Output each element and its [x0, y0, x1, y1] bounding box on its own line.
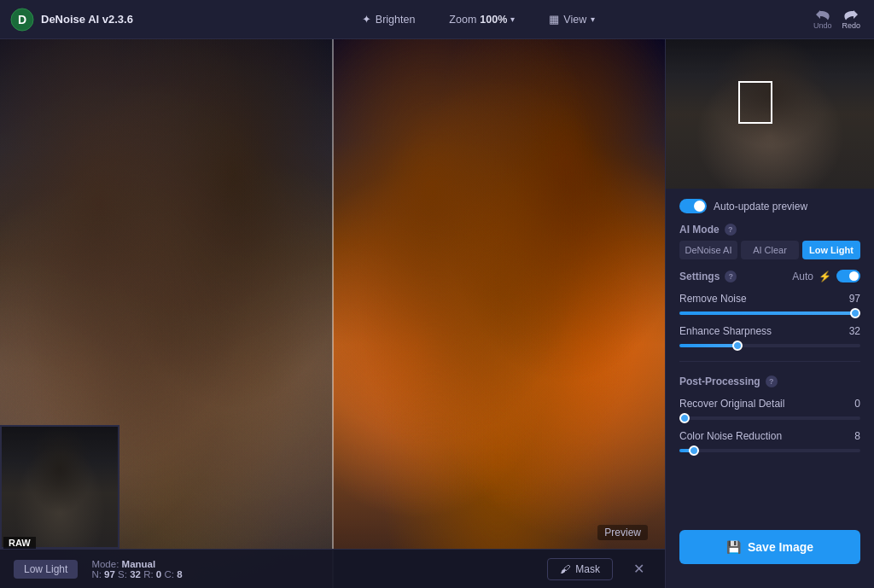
post-processing-section: Post-Processing ?: [679, 376, 860, 387]
view-icon: ▦: [549, 13, 559, 26]
r-label: R:: [143, 569, 154, 579]
bottom-bar: Low Light Mode: Manual N: 97 S: 32 R: 0 …: [0, 549, 665, 588]
mode-value: Manual: [122, 559, 156, 569]
recover-original-track: [679, 416, 860, 420]
mode-info: Mode: Manual N: 97 S: 32 R: 0 C: 8: [91, 559, 182, 579]
mode-label: Mode:: [91, 559, 119, 569]
color-noise-label: Color Noise Reduction: [679, 430, 782, 442]
raw-label: RAW: [3, 537, 36, 549]
auto-label: Auto: [792, 271, 813, 282]
save-image-button[interactable]: 💾 Save Image: [679, 530, 860, 564]
c-label: C:: [164, 569, 174, 579]
main-content: Preview RAW Low Light Mode: Manual N: 97…: [0, 39, 874, 588]
close-button[interactable]: ✕: [626, 557, 651, 580]
post-processing-help-icon[interactable]: ?: [766, 376, 778, 387]
divider: [679, 361, 860, 362]
ai-clear-button[interactable]: AI Clear: [741, 241, 799, 259]
settings-help-icon[interactable]: ?: [725, 271, 737, 282]
redo-icon: [843, 9, 859, 20]
enhance-sharpness-track: [679, 344, 860, 347]
r-value: 0: [156, 569, 161, 579]
ai-mode-help-icon[interactable]: ?: [725, 224, 737, 236]
after-panel: [333, 39, 666, 549]
settings-auto-toggle[interactable]: [836, 270, 860, 282]
controls-panel: Auto-update preview AI Mode ? DeNoise AI…: [666, 189, 874, 463]
remove-noise-fill: [679, 311, 855, 315]
app-logo-icon: D: [10, 8, 34, 32]
logo-area: D DeNoise AI v2.3.6: [10, 8, 147, 32]
enhance-sharpness-fill: [679, 344, 737, 347]
brighten-button[interactable]: ✦ Brighten: [355, 9, 422, 29]
ai-lowlight-button[interactable]: Low Light: [802, 241, 860, 259]
redo-button[interactable]: Redo: [838, 5, 864, 33]
settings-header: Settings ?: [679, 271, 737, 282]
mode-badge: Low Light: [14, 560, 78, 579]
ai-denoise-button[interactable]: DeNoise AI: [679, 241, 737, 259]
sidebar: Auto-update preview AI Mode ? DeNoise AI…: [665, 39, 874, 588]
n-value: 97: [104, 569, 115, 579]
ai-mode-buttons: DeNoise AI AI Clear Low Light: [679, 241, 860, 259]
enhance-sharpness-header: Enhance Sharpness 32: [679, 325, 860, 337]
auto-toggle-row: Auto ⚡: [792, 270, 860, 282]
view-chevron-icon: ▾: [591, 15, 595, 24]
preview-label: Preview: [597, 525, 648, 540]
zoom-button[interactable]: Zoom 100% ▾: [442, 10, 521, 29]
auto-update-toggle[interactable]: [679, 199, 707, 213]
c-value: 8: [177, 569, 182, 579]
save-button-area: 💾 Save Image: [666, 520, 874, 574]
header-right: Undo Redo: [810, 5, 864, 33]
enhance-sharpness-label: Enhance Sharpness: [679, 325, 772, 337]
ai-mode-header: AI Mode ?: [679, 224, 860, 236]
app-title: DeNoise AI v2.3.6: [41, 13, 133, 26]
bolt-icon: ⚡: [819, 271, 831, 282]
sidebar-thumbnail: [666, 39, 874, 189]
enhance-sharpness-section: Enhance Sharpness 32: [679, 325, 860, 347]
mask-button[interactable]: 🖌 Mask: [547, 558, 613, 580]
color-noise-thumb[interactable]: [689, 445, 699, 456]
s-value: 32: [130, 569, 141, 579]
header-center: ✦ Brighten Zoom 100% ▾ ▦ View ▾: [147, 9, 810, 29]
recover-original-value: 0: [854, 398, 860, 410]
undo-button[interactable]: Undo: [810, 5, 836, 33]
color-noise-header: Color Noise Reduction 8: [679, 430, 860, 442]
color-noise-value: 8: [854, 430, 860, 442]
recover-original-section: Recover Original Detail 0: [679, 398, 860, 420]
undo-redo-group: Undo Redo: [810, 5, 864, 33]
save-icon: 💾: [726, 540, 741, 554]
thumbnail-viewport-box[interactable]: [738, 81, 772, 124]
settings-row: Settings ? Auto ⚡: [679, 270, 860, 282]
brighten-icon: ✦: [362, 13, 371, 26]
canvas-area[interactable]: Preview RAW Low Light Mode: Manual N: 97…: [0, 39, 665, 588]
remove-noise-section: Remove Noise 97: [679, 293, 860, 315]
recover-original-thumb[interactable]: [679, 413, 690, 423]
recover-original-label: Recover Original Detail: [679, 398, 784, 410]
header: D DeNoise AI v2.3.6 ✦ Brighten Zoom 100%…: [0, 0, 874, 39]
view-button[interactable]: ▦ View ▾: [542, 9, 602, 29]
n-label: N:: [91, 569, 102, 579]
mask-icon: 🖌: [560, 563, 570, 575]
remove-noise-value: 97: [849, 293, 860, 305]
s-label: S:: [118, 569, 127, 579]
raw-thumb-image: [2, 427, 118, 547]
remove-noise-track: [679, 311, 860, 315]
color-noise-track: [679, 449, 860, 452]
auto-update-label: Auto-update preview: [714, 201, 807, 212]
remove-noise-header: Remove Noise 97: [679, 293, 860, 305]
enhance-sharpness-thumb[interactable]: [732, 341, 743, 351]
recover-original-header: Recover Original Detail 0: [679, 398, 860, 410]
split-divider[interactable]: [332, 39, 334, 588]
undo-icon: [815, 9, 830, 20]
remove-noise-label: Remove Noise: [679, 293, 747, 305]
svg-text:D: D: [18, 13, 26, 26]
zoom-chevron-icon: ▾: [510, 15, 515, 24]
remove-noise-thumb[interactable]: [850, 308, 860, 318]
ai-mode-section: AI Mode ? DeNoise AI AI Clear Low Light: [679, 224, 860, 259]
color-noise-section: Color Noise Reduction 8: [679, 430, 860, 452]
raw-thumbnail: [0, 425, 119, 549]
auto-update-row: Auto-update preview: [679, 199, 860, 213]
after-image: [333, 39, 666, 549]
enhance-sharpness-value: 32: [849, 325, 860, 337]
post-processing-header: Post-Processing ?: [679, 376, 860, 387]
